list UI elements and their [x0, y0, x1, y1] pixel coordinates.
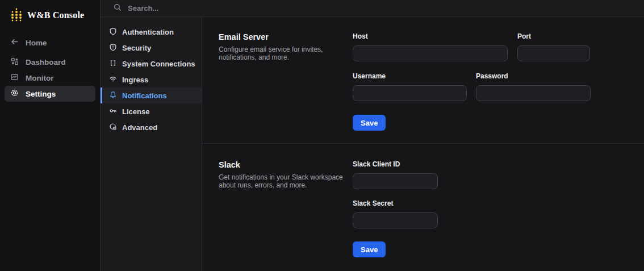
password-field-group: Password [476, 72, 591, 101]
slack-secret-input[interactable] [353, 212, 438, 228]
settings-nav-label: License [122, 107, 149, 116]
settings-nav-item-authentication[interactable]: Authentication [101, 24, 202, 40]
port-field-group: Port [517, 32, 590, 61]
settings-nav-label: Authentication [122, 28, 174, 36]
slack-save-button[interactable]: Save [353, 241, 386, 257]
sidebar-item-dashboard[interactable]: Dashboard [5, 54, 95, 70]
email-server-form: Host Port Username [353, 32, 591, 143]
settings-nav-item-notifications[interactable]: Notifications [101, 87, 202, 103]
port-label: Port [517, 32, 590, 40]
shield-icon [109, 27, 117, 37]
username-input[interactable] [353, 85, 467, 101]
section-description: Get notifications in your Slack workspac… [219, 173, 353, 190]
host-input[interactable] [353, 45, 508, 61]
slack-secret-label: Slack Secret [353, 199, 591, 207]
email-server-info: Email Server Configure email service for… [219, 32, 353, 143]
settings-nav-label: Notifications [122, 91, 167, 100]
content: Authentication Security [101, 17, 644, 271]
settings-nav-item-ingress[interactable]: Ingress [101, 72, 202, 87]
sidebar-item-label: Home [26, 39, 47, 47]
sidebar-item-home[interactable]: Home [5, 34, 95, 51]
settings-nav-item-system-connections[interactable]: System Connections [101, 56, 202, 72]
slack-section: Slack Get notifications in your Slack wo… [202, 144, 644, 271]
sidebar-item-settings[interactable]: Settings [5, 86, 95, 102]
brackets-icon [109, 59, 117, 69]
email-save-button[interactable]: Save [353, 115, 386, 131]
wifi-icon [109, 75, 117, 85]
sidebar-item-monitor[interactable]: Monitor [5, 70, 95, 86]
password-label: Password [476, 72, 591, 80]
slack-secret-field-group: Slack Secret [353, 199, 591, 228]
app-title: W&B Console [27, 10, 84, 20]
dashboard-grid-icon [10, 57, 19, 67]
section-description: Configure email service for invites, not… [219, 45, 353, 62]
slack-client-id-label: Slack Client ID [353, 160, 591, 168]
sidebar-item-label: Settings [26, 90, 56, 98]
settings-nav-label: Security [122, 44, 151, 52]
advanced-gear-icon [109, 123, 117, 132]
primary-nav: Home Dashboard [0, 34, 100, 102]
bell-icon [109, 91, 117, 101]
wandb-logo-icon [10, 7, 23, 24]
username-label: Username [353, 72, 467, 80]
slack-form: Slack Client ID Slack Secret Save [353, 160, 591, 271]
settings-nav-item-advanced[interactable]: Advanced [101, 119, 202, 135]
main-panel: Email Server Configure email service for… [202, 17, 644, 271]
slack-client-id-input[interactable] [353, 173, 438, 189]
primary-sidebar: W&B Console Home [0, 0, 101, 271]
key-icon [109, 107, 117, 116]
settings-nav: Authentication Security [101, 17, 202, 271]
settings-nav-item-license[interactable]: License [101, 103, 202, 119]
section-title: Slack [219, 160, 353, 169]
sidebar-item-label: Dashboard [26, 58, 66, 66]
email-server-section: Email Server Configure email service for… [202, 17, 644, 144]
username-field-group: Username [353, 72, 467, 101]
port-input[interactable] [517, 45, 590, 61]
shield-alert-icon [109, 43, 117, 53]
password-input[interactable] [476, 85, 591, 101]
slack-client-id-field-group: Slack Client ID [353, 160, 591, 189]
host-field-group: Host [353, 32, 508, 61]
topbar [101, 0, 644, 17]
app-window: W&B Console Home [0, 0, 644, 271]
host-label: Host [353, 32, 508, 40]
search-icon [114, 3, 122, 14]
right-column: Authentication Security [101, 0, 644, 271]
gear-icon [10, 89, 19, 99]
brand: W&B Console [0, 0, 100, 23]
monitor-chart-icon [10, 73, 19, 83]
search-input[interactable] [127, 3, 297, 13]
section-title: Email Server [219, 32, 353, 41]
settings-nav-label: Advanced [122, 123, 157, 132]
slack-info: Slack Get notifications in your Slack wo… [219, 160, 353, 271]
back-arrow-icon [10, 37, 19, 48]
settings-nav-label: Ingress [122, 76, 148, 84]
settings-nav-item-security[interactable]: Security [101, 40, 202, 56]
settings-nav-label: System Connections [122, 60, 195, 68]
sidebar-item-label: Monitor [26, 74, 54, 82]
